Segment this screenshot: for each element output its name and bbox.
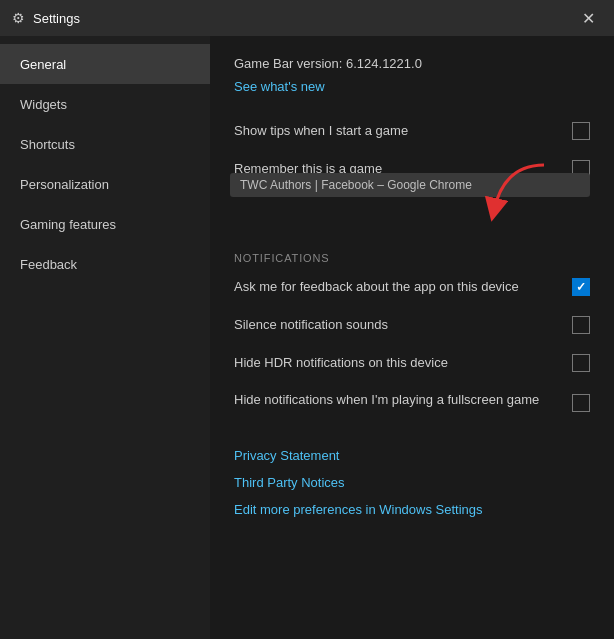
window-title: Settings [33, 11, 80, 26]
setting-row-hide-hdr: Hide HDR notifications on this device [234, 344, 590, 382]
close-button[interactable]: ✕ [574, 4, 602, 32]
sidebar-label-feedback: Feedback [20, 257, 77, 272]
setting-row-ask-feedback: Ask me for feedback about the app on thi… [234, 268, 590, 306]
checkbox-hide-fullscreen[interactable] [572, 394, 590, 412]
third-party-notices-link[interactable]: Third Party Notices [234, 469, 590, 496]
setting-label-show-tips: Show tips when I start a game [234, 123, 572, 140]
checkbox-hide-hdr[interactable] [572, 354, 590, 372]
setting-row-hide-fullscreen: Hide notifications when I'm playing a fu… [234, 382, 590, 422]
links-section: Privacy Statement Third Party Notices Ed… [234, 442, 590, 523]
checkbox-show-tips[interactable] [572, 122, 590, 140]
see-whats-new-link[interactable]: See what's new [234, 79, 325, 94]
sidebar-item-widgets[interactable]: Widgets [0, 84, 210, 124]
sidebar: General Widgets Shortcuts Personalizatio… [0, 36, 210, 639]
privacy-statement-link[interactable]: Privacy Statement [234, 442, 590, 469]
sidebar-item-gaming-features[interactable]: Gaming features [0, 204, 210, 244]
title-bar-left: ⚙ Settings [12, 10, 80, 26]
browser-bar: TWC Authors | Facebook – Google Chrome [230, 173, 590, 197]
version-text: Game Bar version: 6.124.1221.0 [234, 56, 590, 71]
main-content: Game Bar version: 6.124.1221.0 See what'… [210, 36, 614, 639]
edit-preferences-link[interactable]: Edit more preferences in Windows Setting… [234, 496, 590, 523]
checkbox-silence-sounds[interactable] [572, 316, 590, 334]
setting-row-silence-sounds: Silence notification sounds [234, 306, 590, 344]
settings-icon: ⚙ [12, 10, 25, 26]
setting-label-silence-sounds: Silence notification sounds [234, 317, 572, 334]
sidebar-label-widgets: Widgets [20, 97, 67, 112]
sidebar-item-personalization[interactable]: Personalization [0, 164, 210, 204]
notifications-header: NOTIFICATIONS [234, 244, 590, 264]
app-layout: General Widgets Shortcuts Personalizatio… [0, 36, 614, 639]
setting-label-hide-hdr: Hide HDR notifications on this device [234, 355, 572, 372]
setting-row-show-tips: Show tips when I start a game [234, 112, 590, 150]
setting-label-ask-feedback: Ask me for feedback about the app on thi… [234, 279, 572, 296]
sidebar-item-shortcuts[interactable]: Shortcuts [0, 124, 210, 164]
checkbox-ask-feedback[interactable] [572, 278, 590, 296]
sidebar-item-feedback[interactable]: Feedback [0, 244, 210, 284]
sidebar-label-personalization: Personalization [20, 177, 109, 192]
sidebar-item-general[interactable]: General [0, 44, 210, 84]
sidebar-label-gaming-features: Gaming features [20, 217, 116, 232]
sidebar-label-shortcuts: Shortcuts [20, 137, 75, 152]
setting-label-hide-fullscreen: Hide notifications when I'm playing a fu… [234, 392, 572, 409]
title-bar: ⚙ Settings ✕ [0, 0, 614, 36]
sidebar-label-general: General [20, 57, 66, 72]
